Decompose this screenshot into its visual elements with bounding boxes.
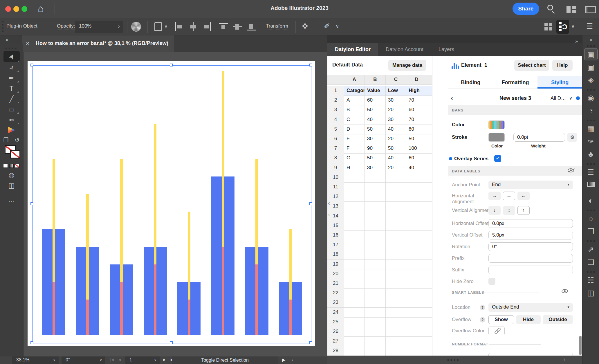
rotation-input[interactable] <box>488 242 573 251</box>
cell-r17c2[interactable] <box>365 240 386 250</box>
row-number[interactable]: 20 <box>327 269 344 279</box>
stroke-settings-gear-icon[interactable]: ⚙ <box>567 133 577 142</box>
cell-r18c4[interactable] <box>406 250 427 260</box>
panel-bottom-grip[interactable] <box>447 359 460 361</box>
cell-r10c2[interactable] <box>365 173 386 183</box>
zoom-level-value[interactable]: 38,1% <box>16 357 29 363</box>
opacity-label[interactable]: Opacity: <box>57 23 75 30</box>
cell-r14c1[interactable] <box>344 211 365 221</box>
opacity-value[interactable]: 100% <box>79 23 91 29</box>
cell-r12c2[interactable] <box>365 192 386 202</box>
rotation-value[interactable]: 0° <box>66 357 70 363</box>
cell-r23c1[interactable] <box>344 298 365 308</box>
selection-handle[interactable] <box>170 341 173 344</box>
v-align-bottom-icon[interactable]: ↓ <box>488 206 501 215</box>
cell-r5c4[interactable]: 80 <box>406 125 427 134</box>
cell-r14c5[interactable] <box>427 211 432 221</box>
cell-r13c3[interactable] <box>386 201 406 211</box>
cell-r16c2[interactable] <box>365 230 386 240</box>
location-help-icon[interactable]: ? <box>480 305 485 310</box>
none-mode-icon[interactable] <box>15 164 19 168</box>
cell-r28c4[interactable] <box>406 346 427 356</box>
color-guide-panel-icon[interactable]: ◔ <box>584 104 598 117</box>
hide-zero-checkbox[interactable] <box>488 278 495 285</box>
help-button[interactable]: Help <box>552 60 573 71</box>
drawing-modes-icon[interactable]: ◫ <box>4 181 19 190</box>
cell-r1c3[interactable]: Low <box>386 86 406 96</box>
panel-scrollbar-thumb[interactable] <box>579 336 582 355</box>
cell-r9c5[interactable] <box>427 163 432 173</box>
row-number[interactable]: 23 <box>327 298 344 308</box>
h-align-center-icon[interactable]: ↔ <box>503 192 515 200</box>
cell-r5c5[interactable] <box>427 125 432 134</box>
cell-r4c1[interactable]: C <box>344 115 365 125</box>
series-color-dot[interactable] <box>576 96 580 100</box>
rotation-field[interactable]: 0° ∨ <box>62 356 105 364</box>
cell-r13c5[interactable] <box>427 201 432 211</box>
cell-r9c4[interactable]: 40 <box>406 163 427 173</box>
column-header-B[interactable]: B <box>365 75 386 85</box>
cell-r3c1[interactable]: B <box>344 105 365 115</box>
chevron-down-icon[interactable]: ∨ <box>569 95 572 101</box>
cell-r13c1[interactable] <box>344 201 365 211</box>
row-number[interactable]: 12 <box>327 192 344 202</box>
dock-group-grip[interactable] <box>586 163 596 165</box>
cell-r27c2[interactable] <box>365 336 386 346</box>
series-color-swatch[interactable] <box>488 120 505 129</box>
cell-r22c1[interactable] <box>344 288 365 298</box>
cell-r7c3[interactable]: 50 <box>386 144 406 154</box>
horizontal-offset-input[interactable] <box>488 219 573 228</box>
align-horizontal-center-icon[interactable] <box>189 22 197 31</box>
cell-r27c5[interactable] <box>427 336 432 346</box>
cell-r17c5[interactable] <box>427 240 432 250</box>
pen-tool[interactable]: ✒ <box>4 73 19 83</box>
cell-r24c1[interactable] <box>344 308 365 318</box>
dock-group-grip[interactable] <box>586 210 596 211</box>
cell-r6c5[interactable] <box>427 134 432 144</box>
cell-r6c3[interactable]: 20 <box>386 134 406 144</box>
cell-r8c4[interactable]: 60 <box>406 153 427 163</box>
selection-handle[interactable] <box>30 64 33 66</box>
cell-r15c5[interactable] <box>427 221 432 231</box>
row-number[interactable]: 27 <box>327 336 344 346</box>
cell-r4c4[interactable]: 70 <box>406 115 427 125</box>
graphic-styles-panel-icon[interactable]: ❐ <box>584 225 598 237</box>
cell-r18c5[interactable] <box>427 250 432 260</box>
stroke-color-swatch[interactable] <box>488 133 505 142</box>
close-tab-icon[interactable]: × <box>26 40 30 47</box>
cell-r26c2[interactable] <box>365 327 386 337</box>
expand-panels-chevrons[interactable]: « <box>582 35 599 42</box>
cell-r8c2[interactable]: 50 <box>365 153 386 163</box>
cell-r20c5[interactable] <box>427 269 432 279</box>
align-bottom-icon[interactable] <box>247 22 256 31</box>
cell-r9c3[interactable]: 20 <box>386 163 406 173</box>
column-header-A[interactable]: A <box>344 75 365 85</box>
cell-r27c1[interactable] <box>344 336 365 346</box>
cell-r3c2[interactable]: 50 <box>365 105 386 115</box>
row-number[interactable]: 24 <box>327 308 344 318</box>
overflow-hide-button[interactable]: Hide <box>516 315 541 324</box>
cell-r10c5[interactable] <box>427 173 432 183</box>
layers-panel-icon[interactable]: ◈ <box>584 74 598 86</box>
cell-r26c5[interactable] <box>427 327 432 337</box>
canvas-pasteboard[interactable] <box>24 52 327 356</box>
row-number[interactable]: 14 <box>327 211 344 221</box>
align-right-icon[interactable] <box>203 22 211 31</box>
row-number[interactable]: 28 <box>327 346 344 356</box>
column-header-partial[interactable] <box>427 75 432 85</box>
chevron-down-icon[interactable]: ∨ <box>99 358 102 362</box>
tab-datylon-account[interactable]: Datylon Account <box>378 43 431 56</box>
previous-page-icon[interactable]: ◀ <box>118 358 121 362</box>
gradient-panel-icon[interactable] <box>584 182 598 194</box>
cell-r10c1[interactable] <box>344 173 365 183</box>
chevron-down-icon[interactable]: ∨ <box>571 23 575 29</box>
row-number[interactable]: 22 <box>327 288 344 298</box>
cell-r2c3[interactable]: 30 <box>386 95 406 105</box>
row-number[interactable]: 16 <box>327 230 344 240</box>
cell-r1c4[interactable]: High <box>406 86 427 96</box>
cell-r28c2[interactable] <box>365 346 386 356</box>
touch-workspace-icon[interactable] <box>585 6 596 13</box>
eyedropper-tool[interactable]: ✏ <box>4 115 19 125</box>
dock-group-grip[interactable] <box>586 45 596 47</box>
cell-r28c1[interactable] <box>344 346 365 356</box>
